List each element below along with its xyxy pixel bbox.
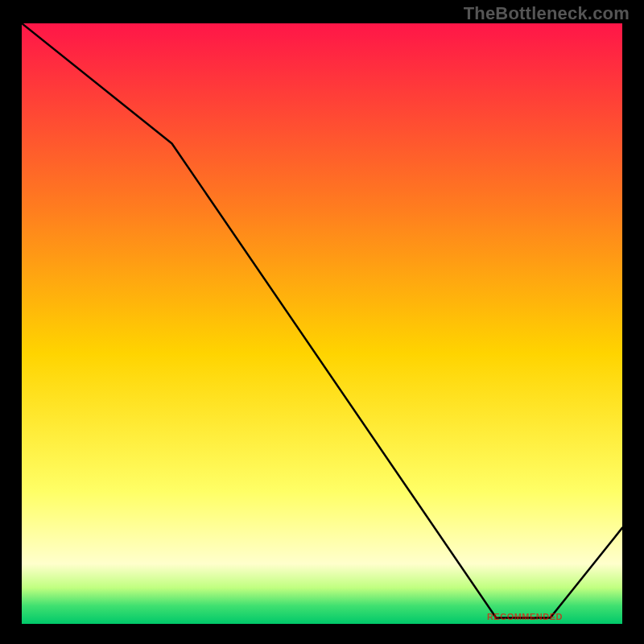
chart-frame: TheBottleneck.com RECOMMENDED (0, 0, 644, 644)
plot-area: RECOMMENDED (19, 21, 625, 626)
recommended-label: RECOMMENDED (487, 612, 563, 621)
bottleneck-curve (22, 23, 622, 624)
